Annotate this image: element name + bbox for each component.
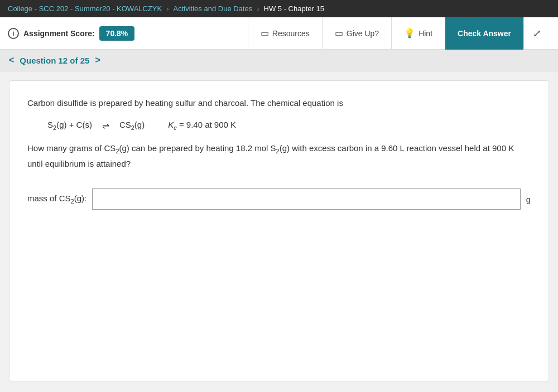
- check-answer-button[interactable]: Check Answer: [445, 17, 523, 50]
- give-up-icon: ▭: [335, 28, 343, 38]
- question-nav: < Question 12 of 25 >: [0, 50, 558, 71]
- question-card: Carbon disulfide is prepared by heating …: [9, 80, 549, 381]
- score-badge: 70.8%: [99, 26, 135, 41]
- breadcrumb-course[interactable]: College - SCC 202 - Summer20 - KOWALCZYK: [8, 4, 162, 13]
- hint-button[interactable]: 💡 Hint: [392, 17, 445, 50]
- hint-icon: 💡: [404, 28, 415, 38]
- next-question-button[interactable]: >: [95, 55, 100, 65]
- chemical-equation: S2(g) + C(s) ⇌ CS2(g) Kc = 9.40 at 900 K: [47, 120, 531, 131]
- resources-label: Resources: [272, 29, 310, 38]
- expand-icon: ⤢: [533, 28, 541, 39]
- expand-button[interactable]: ⤢: [523, 17, 550, 50]
- prev-question-button[interactable]: <: [9, 55, 14, 65]
- resources-icon: ▭: [261, 28, 269, 38]
- answer-row: mass of CS2(g): g: [27, 188, 531, 210]
- header-btn-group: ▭ Resources ▭ Give Up? 💡 Hint Check Answ…: [248, 17, 550, 50]
- breadcrumb-section[interactable]: Activities and Due Dates: [174, 4, 253, 13]
- kc-expression: Kc = 9.40 at 900 K: [168, 120, 236, 131]
- header-bar: i Assignment Score: 70.8% ▭ Resources ▭ …: [0, 17, 558, 50]
- answer-label: mass of CS2(g):: [27, 193, 86, 205]
- info-icon[interactable]: i: [8, 28, 19, 39]
- main-content: Carbon disulfide is prepared by heating …: [0, 71, 558, 390]
- equation-left: S2(g) + C(s): [47, 120, 92, 131]
- answer-unit: g: [526, 195, 531, 204]
- breadcrumb-assignment: HW 5 - Chapter 15: [264, 4, 324, 13]
- hint-label: Hint: [419, 29, 432, 38]
- equation-right: CS2(g): [119, 120, 145, 131]
- question-body: How many grams of CS2(g) can be prepared…: [27, 141, 531, 171]
- equilibrium-arrow: ⇌: [102, 120, 109, 131]
- give-up-button[interactable]: ▭ Give Up?: [323, 17, 392, 50]
- breadcrumb: College - SCC 202 - Summer20 - KOWALCZYK…: [0, 0, 558, 17]
- answer-input[interactable]: [92, 188, 521, 210]
- assignment-score-label: Assignment Score:: [23, 29, 95, 38]
- give-up-label: Give Up?: [347, 29, 379, 38]
- question-intro: Carbon disulfide is prepared by heating …: [27, 96, 531, 110]
- assignment-score-section: i Assignment Score: 70.8%: [8, 26, 134, 41]
- resources-button[interactable]: ▭ Resources: [248, 17, 323, 50]
- question-label: Question 12 of 25: [20, 56, 89, 65]
